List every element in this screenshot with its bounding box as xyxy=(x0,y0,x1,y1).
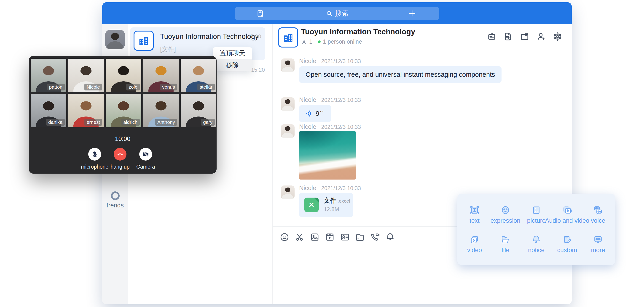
sender-name: Nicole xyxy=(299,96,316,103)
search-bar[interactable]: 搜索 xyxy=(235,7,439,20)
chat-header-tools xyxy=(487,31,562,41)
group-file-icon[interactable] xyxy=(520,31,530,41)
text-bubble[interactable]: Open source, free, and universal instant… xyxy=(299,66,502,83)
file-bubble[interactable]: ✕ 文件.excel 12.8M xyxy=(299,193,353,217)
popup-item-custom[interactable]: custom xyxy=(554,234,581,254)
chat-title: Tuoyun Information Technology xyxy=(301,27,415,36)
folder-icon[interactable] xyxy=(355,232,365,242)
voice-icon xyxy=(593,205,603,215)
popup-item-text[interactable]: text xyxy=(461,205,488,224)
more-icon xyxy=(593,234,603,245)
microphone-label: microphone xyxy=(81,164,108,170)
camera-label: Camera xyxy=(136,164,155,170)
sender-name: Nicole xyxy=(299,185,316,191)
microphone-muted-icon xyxy=(91,151,98,158)
participant-name: patton xyxy=(47,84,65,90)
video-icon xyxy=(469,234,480,245)
top-bar: 搜索 xyxy=(102,2,572,24)
chat-header: Tuoyun Information Technology 1 1 person… xyxy=(272,24,572,49)
conversation-preview: [文件] xyxy=(160,45,176,53)
participant-tile: ernest xyxy=(68,94,104,127)
online-status: 1 person online xyxy=(323,38,362,45)
custom-icon xyxy=(562,234,572,245)
participant-name: aldrich xyxy=(121,119,140,126)
popup-item-notice[interactable]: notice xyxy=(522,234,550,254)
group-notice-icon[interactable] xyxy=(487,31,497,41)
sender-avatar[interactable] xyxy=(281,186,294,199)
file-folder-icon xyxy=(500,234,511,245)
expression-icon xyxy=(500,205,511,215)
file-ext: .excel xyxy=(338,198,350,204)
sender-avatar[interactable] xyxy=(281,58,294,72)
participant-name: Anthony xyxy=(155,119,177,126)
message-type-popup: text picture expression picture xyxy=(458,194,615,265)
trends-icon[interactable] xyxy=(111,191,120,200)
voice-bubble[interactable]: 9`` xyxy=(299,105,331,122)
image-attachment-beach[interactable] xyxy=(299,131,356,180)
online-dot xyxy=(318,40,321,43)
participant-name: danika xyxy=(46,119,65,126)
message-time: 2021/12/3 10:33 xyxy=(321,185,361,191)
organization-icon xyxy=(134,31,154,51)
file-size: 12.8M xyxy=(324,206,339,212)
sender-avatar[interactable] xyxy=(281,97,294,111)
popup-item-video[interactable]: video xyxy=(461,234,488,254)
participant-name: Nicole xyxy=(84,84,102,90)
file-name: 文件 xyxy=(324,197,336,204)
participant-tile: patton xyxy=(31,59,66,92)
participant-tile: Anthony xyxy=(143,94,179,127)
popup-item-audio-video[interactable]: Audio and video xyxy=(554,205,581,224)
popup-item-voice[interactable]: voice xyxy=(584,205,612,224)
chat-record-icon[interactable] xyxy=(503,31,513,41)
screenshot-icon[interactable] xyxy=(294,232,304,242)
notice-bell-icon xyxy=(531,234,542,245)
menu-item-remove[interactable]: 移除 xyxy=(213,59,252,71)
participant-tile: stellar xyxy=(181,59,216,92)
add-member-icon[interactable] xyxy=(536,31,546,41)
participant-name: ernest xyxy=(84,119,102,126)
message-time: 2021/12/3 10:33 xyxy=(321,97,361,103)
participant-tile: Nicole xyxy=(68,59,104,92)
notice-bell-icon[interactable] xyxy=(385,232,395,242)
search-icon xyxy=(326,10,333,17)
message-time: 2021/12/3 10:33 xyxy=(321,58,361,64)
popup-item-expression[interactable]: picture expression xyxy=(492,205,519,224)
hang-up-button[interactable] xyxy=(114,148,126,161)
popup-item-more[interactable]: more xyxy=(584,234,612,254)
voice-duration: 9`` xyxy=(316,110,324,117)
participant-tile: gary xyxy=(181,94,216,127)
voice-wave-icon xyxy=(306,110,312,117)
settings-icon[interactable] xyxy=(552,31,562,41)
picture-icon[interactable] xyxy=(310,232,320,242)
participant-tile: danika xyxy=(31,94,66,127)
camera-mute-button[interactable] xyxy=(139,148,152,161)
microphone-mute-button[interactable] xyxy=(88,148,101,161)
audio-video-icon xyxy=(562,205,572,215)
participant-tile: zole xyxy=(106,59,141,92)
popup-item-file[interactable]: file xyxy=(492,234,519,254)
emoji-icon[interactable] xyxy=(280,232,290,242)
participant-name: gary xyxy=(201,119,215,126)
text-icon xyxy=(469,205,480,215)
excel-file-icon: ✕ xyxy=(304,198,319,212)
conversation-title: Tuoyun Information Technology xyxy=(160,32,259,41)
contact-card-icon[interactable] xyxy=(340,232,350,242)
trends-label[interactable]: trends xyxy=(102,202,128,209)
participant-name: stellar xyxy=(197,84,215,90)
sender-name: Nicole xyxy=(299,57,316,64)
participant-name: zole xyxy=(126,84,140,90)
menu-item-pin-chat[interactable]: 置顶聊天 xyxy=(213,47,252,59)
participant-tile: aldrich xyxy=(106,94,141,127)
my-avatar[interactable] xyxy=(105,30,125,49)
conversation-time: 15:20 xyxy=(251,67,265,73)
call-timer: 10:00 xyxy=(29,135,216,143)
sender-avatar[interactable] xyxy=(281,124,294,138)
audio-video-call-icon[interactable] xyxy=(370,232,380,242)
conversation-time: 15:20 xyxy=(248,33,261,40)
participant-name: venus xyxy=(160,84,177,90)
hang-up-icon xyxy=(116,151,124,158)
chat-meta: 1 1 person online xyxy=(301,38,362,45)
search-placeholder: 搜索 xyxy=(335,9,349,18)
video-icon[interactable] xyxy=(325,232,335,242)
add-icon[interactable] xyxy=(408,9,416,18)
